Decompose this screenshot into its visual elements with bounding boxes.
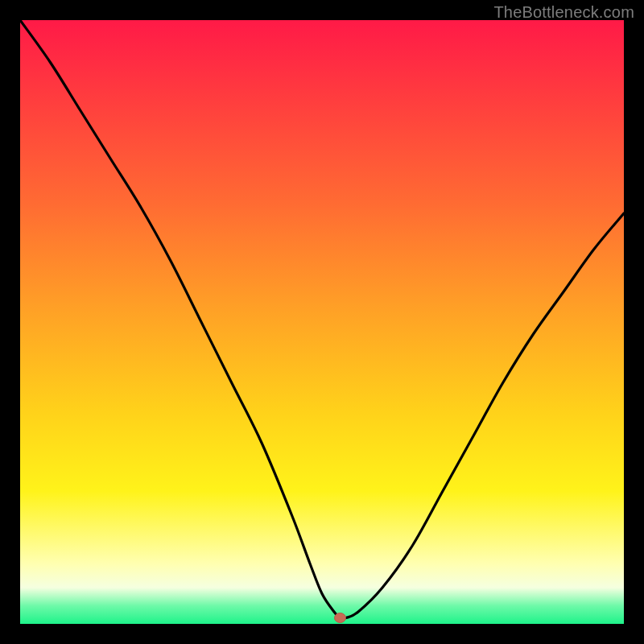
minimum-marker	[335, 613, 346, 623]
watermark-label: TheBottleneck.com	[493, 3, 634, 22]
chart-frame: TheBottleneck.com	[0, 0, 644, 644]
bottleneck-curve	[20, 20, 624, 624]
chart-plot-area	[20, 20, 624, 624]
